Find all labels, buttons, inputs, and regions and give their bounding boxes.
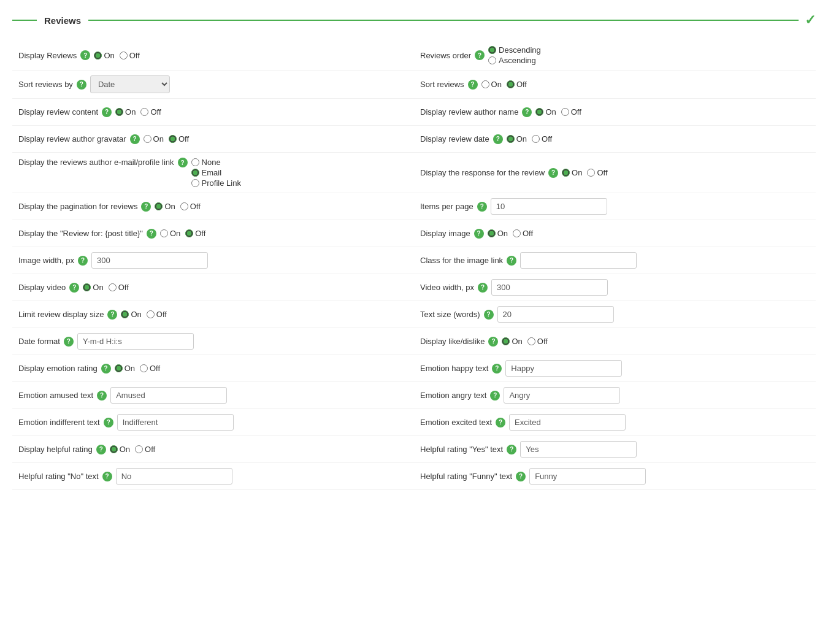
cell-right-8: Video width, px?	[414, 274, 816, 301]
help-icon[interactable]: ?	[107, 310, 117, 320]
label-right-4: Display the response for the review	[420, 168, 545, 177]
radio-off-radio_8_left_17[interactable]: Off	[109, 283, 129, 292]
radio-off-radio_10_right_22[interactable]: Off	[527, 337, 548, 346]
label-right-10: Display like/dislike	[420, 337, 485, 346]
radio-on-radio_0_left_1[interactable]: On	[94, 51, 114, 60]
radio-on-radio_11_left_23[interactable]: On	[115, 364, 135, 373]
sort-by-select[interactable]: Date	[90, 75, 170, 93]
help-icon[interactable]: ?	[492, 364, 502, 374]
radio-on-radio_2_right_6[interactable]: On	[535, 107, 556, 117]
radio-profile_link-4[interactable]: Profile Link	[191, 178, 241, 188]
text-input[interactable]	[117, 414, 234, 431]
text-input[interactable]	[520, 441, 637, 458]
row-11: Display emotion rating? On OffEmotion ha…	[12, 355, 816, 382]
help-icon[interactable]: ?	[516, 472, 526, 481]
text-input[interactable]	[509, 414, 626, 431]
help-icon[interactable]: ?	[490, 391, 500, 401]
radio-on-radio_14_left_29[interactable]: On	[110, 445, 130, 454]
help-icon[interactable]: ?	[102, 472, 112, 481]
help-icon[interactable]: ?	[477, 202, 487, 212]
help-icon[interactable]: ?	[468, 80, 478, 90]
label-right-12: Emotion angry text	[420, 391, 486, 400]
text-input[interactable]	[505, 360, 622, 377]
help-icon[interactable]: ?	[104, 418, 113, 427]
help-icon[interactable]: ?	[97, 391, 107, 401]
radio-ascending-0[interactable]: Ascending	[488, 56, 541, 65]
help-icon[interactable]: ?	[78, 256, 88, 266]
help-icon[interactable]: ?	[178, 158, 188, 167]
radio-off-radio_3_left_7[interactable]: Off	[169, 134, 189, 144]
radio-off-radio_6_right_14[interactable]: Off	[513, 229, 533, 238]
cell-left-3: Display review author gravatar? On Off	[12, 126, 414, 152]
radio-on-radio_6_right_14[interactable]: On	[488, 229, 508, 238]
radio-off-radio_14_left_29[interactable]: Off	[135, 445, 155, 454]
help-icon[interactable]: ?	[496, 418, 505, 427]
radio-off-radio_9_left_19[interactable]: Off	[147, 310, 167, 319]
row-4: Display the reviews author e-mail/profil…	[12, 153, 816, 193]
help-icon[interactable]: ?	[102, 107, 112, 117]
help-icon[interactable]: ?	[484, 310, 494, 320]
radio-off-radio_4_right_10[interactable]: Off	[587, 168, 607, 177]
text-input[interactable]	[110, 387, 227, 404]
text-input[interactable]	[77, 333, 194, 350]
label-left-7: Image width, px	[18, 256, 74, 265]
text-input[interactable]	[116, 468, 232, 485]
help-icon[interactable]: ?	[522, 107, 532, 117]
row-14: Display helpful rating? On OffHelpful ra…	[12, 436, 816, 463]
help-icon[interactable]: ?	[548, 168, 558, 178]
help-icon[interactable]: ?	[147, 229, 156, 239]
help-icon[interactable]: ?	[474, 229, 484, 239]
header-checkmark: ✓	[805, 12, 816, 28]
text-input[interactable]	[504, 387, 620, 404]
radio-descending-0[interactable]: Descending	[488, 45, 541, 55]
label-right-2: Display review author name	[420, 107, 518, 117]
row-2: Display review content? On OffDisplay re…	[12, 99, 816, 126]
radio-off-radio_1_right_4[interactable]: Off	[507, 80, 527, 89]
text-input[interactable]	[491, 279, 608, 296]
help-icon[interactable]: ?	[77, 80, 86, 90]
radio-on-radio_6_left_13[interactable]: On	[160, 229, 180, 238]
radio-on-radio_9_left_19[interactable]: On	[121, 310, 141, 319]
label-left-14: Display helpful rating	[18, 445, 93, 454]
text-input[interactable]	[520, 252, 637, 269]
text-input[interactable]	[529, 468, 646, 485]
row-12: Emotion amused text?Emotion angry text?	[12, 382, 816, 409]
radio-off-radio_3_right_8[interactable]: Off	[532, 134, 552, 144]
help-icon[interactable]: ?	[64, 337, 74, 347]
help-icon[interactable]: ?	[80, 50, 90, 60]
help-icon[interactable]: ?	[507, 445, 516, 454]
cell-left-2: Display review content? On Off	[12, 99, 414, 125]
radio-email-4[interactable]: Email	[191, 168, 241, 177]
help-icon[interactable]: ?	[101, 364, 111, 374]
cell-right-2: Display review author name? On Off	[414, 99, 816, 125]
radio-on-radio_4_right_10[interactable]: On	[562, 168, 582, 177]
help-icon[interactable]: ?	[507, 256, 516, 266]
radio-on-radio_10_right_22[interactable]: On	[502, 337, 522, 346]
help-icon[interactable]: ?	[141, 202, 151, 212]
help-icon[interactable]: ?	[96, 445, 106, 454]
help-icon[interactable]: ?	[130, 134, 140, 144]
radio-off-radio_6_left_13[interactable]: Off	[185, 229, 205, 238]
radio-on-radio_2_left_5[interactable]: On	[115, 107, 136, 117]
text-input[interactable]	[91, 252, 208, 269]
radio-off-radio_11_left_23[interactable]: Off	[140, 364, 160, 373]
radio-off-radio_5_left_11[interactable]: Off	[180, 202, 201, 211]
radio-on-radio_3_left_7[interactable]: On	[144, 134, 164, 144]
help-icon[interactable]: ?	[493, 134, 503, 144]
help-icon[interactable]: ?	[478, 283, 488, 293]
text-input[interactable]	[497, 306, 614, 323]
radio-off-radio_2_left_5[interactable]: Off	[140, 107, 161, 117]
radio-none-4[interactable]: None	[191, 158, 241, 167]
help-icon[interactable]: ?	[488, 337, 498, 347]
radio-off-radio_2_right_6[interactable]: Off	[561, 107, 581, 117]
header-line-left	[12, 20, 37, 21]
help-icon[interactable]: ?	[475, 50, 485, 60]
radio-on-radio_8_left_17[interactable]: On	[83, 283, 103, 292]
radio-off-radio_0_left_1[interactable]: Off	[120, 51, 140, 60]
radio-on-radio_5_left_11[interactable]: On	[155, 202, 175, 211]
label-left-9: Limit review display size	[18, 310, 104, 319]
help-icon[interactable]: ?	[69, 283, 79, 293]
radio-on-radio_1_right_4[interactable]: On	[481, 80, 502, 89]
radio-on-radio_3_right_8[interactable]: On	[507, 134, 527, 144]
text-input[interactable]	[491, 198, 607, 215]
